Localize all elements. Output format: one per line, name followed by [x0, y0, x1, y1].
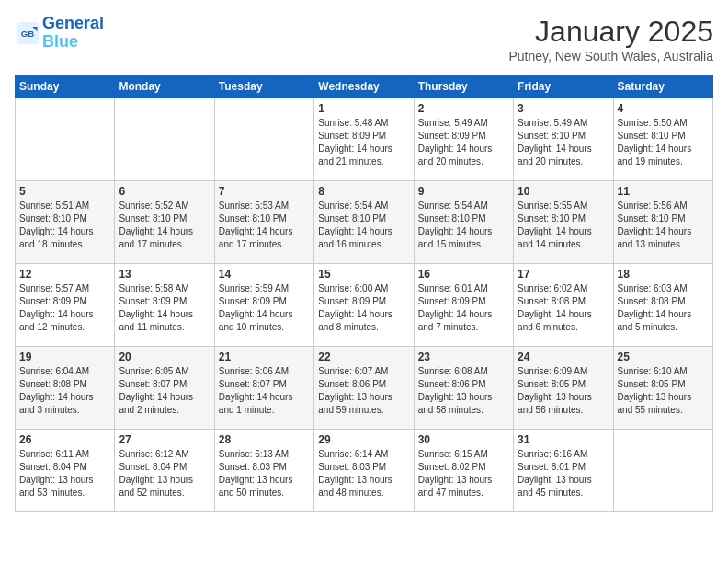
- logo: GB General Blue: [15, 15, 104, 52]
- day-number: 19: [19, 350, 110, 363]
- day-number: 4: [618, 102, 709, 115]
- day-number: 17: [518, 268, 609, 281]
- day-number: 18: [618, 268, 709, 281]
- day-content: Sunrise: 6:06 AM Sunset: 8:07 PM Dayligh…: [219, 365, 310, 417]
- calendar-cell: 29Sunrise: 6:14 AM Sunset: 8:03 PM Dayli…: [314, 430, 414, 512]
- day-number: 12: [19, 268, 110, 281]
- calendar-cell: 11Sunrise: 5:56 AM Sunset: 8:10 PM Dayli…: [613, 181, 712, 264]
- day-number: 2: [418, 102, 509, 115]
- logo-icon: GB: [15, 20, 40, 46]
- calendar-cell: 14Sunrise: 5:59 AM Sunset: 8:09 PM Dayli…: [214, 264, 313, 347]
- logo-text: General Blue: [42, 15, 104, 52]
- day-content: Sunrise: 6:01 AM Sunset: 8:09 PM Dayligh…: [418, 282, 509, 334]
- header-row: SundayMondayTuesdayWednesdayThursdayFrid…: [16, 75, 713, 98]
- day-content: Sunrise: 5:55 AM Sunset: 8:10 PM Dayligh…: [518, 200, 609, 251]
- day-number: 24: [518, 350, 609, 363]
- day-header-friday: Friday: [514, 75, 613, 98]
- day-content: Sunrise: 6:03 AM Sunset: 8:08 PM Dayligh…: [618, 282, 709, 334]
- calendar-cell: 17Sunrise: 6:02 AM Sunset: 8:08 PM Dayli…: [514, 264, 613, 347]
- day-header-thursday: Thursday: [414, 75, 513, 98]
- day-content: Sunrise: 5:57 AM Sunset: 8:09 PM Dayligh…: [19, 282, 110, 334]
- calendar-cell: 9Sunrise: 5:54 AM Sunset: 8:10 PM Daylig…: [414, 181, 513, 264]
- day-number: 16: [418, 268, 509, 281]
- week-row-5: 26Sunrise: 6:11 AM Sunset: 8:04 PM Dayli…: [16, 430, 713, 512]
- week-row-4: 19Sunrise: 6:04 AM Sunset: 8:08 PM Dayli…: [16, 347, 713, 430]
- calendar-cell: 19Sunrise: 6:04 AM Sunset: 8:08 PM Dayli…: [16, 347, 115, 430]
- day-header-sunday: Sunday: [16, 75, 115, 98]
- day-content: Sunrise: 6:07 AM Sunset: 8:06 PM Dayligh…: [318, 365, 409, 417]
- day-number: 25: [618, 350, 709, 363]
- day-content: Sunrise: 6:11 AM Sunset: 8:04 PM Dayligh…: [19, 448, 110, 500]
- day-number: 31: [518, 433, 609, 446]
- day-content: Sunrise: 5:49 AM Sunset: 8:09 PM Dayligh…: [418, 117, 509, 168]
- day-number: 30: [418, 433, 509, 446]
- calendar-cell: 3Sunrise: 5:49 AM Sunset: 8:10 PM Daylig…: [514, 98, 613, 181]
- calendar-cell: 26Sunrise: 6:11 AM Sunset: 8:04 PM Dayli…: [16, 430, 115, 512]
- page-header: GB General Blue January 2025 Putney, New…: [15, 15, 713, 63]
- day-number: 10: [518, 185, 609, 198]
- calendar-cell: 30Sunrise: 6:15 AM Sunset: 8:02 PM Dayli…: [414, 430, 513, 512]
- day-content: Sunrise: 5:49 AM Sunset: 8:10 PM Dayligh…: [518, 117, 609, 168]
- day-content: Sunrise: 6:02 AM Sunset: 8:08 PM Dayligh…: [518, 282, 609, 334]
- calendar-cell: 12Sunrise: 5:57 AM Sunset: 8:09 PM Dayli…: [16, 264, 115, 347]
- calendar-cell: 13Sunrise: 5:58 AM Sunset: 8:09 PM Dayli…: [115, 264, 214, 347]
- day-number: 14: [219, 268, 310, 281]
- calendar-cell: 1Sunrise: 5:48 AM Sunset: 8:09 PM Daylig…: [314, 98, 414, 181]
- day-number: 13: [119, 268, 210, 281]
- calendar-cell: [115, 98, 214, 181]
- day-header-wednesday: Wednesday: [314, 75, 414, 98]
- day-content: Sunrise: 5:54 AM Sunset: 8:10 PM Dayligh…: [418, 200, 509, 251]
- calendar-cell: 31Sunrise: 6:16 AM Sunset: 8:01 PM Dayli…: [514, 430, 613, 512]
- day-content: Sunrise: 6:08 AM Sunset: 8:06 PM Dayligh…: [418, 365, 509, 417]
- day-number: 6: [119, 185, 210, 198]
- calendar-cell: 10Sunrise: 5:55 AM Sunset: 8:10 PM Dayli…: [514, 181, 613, 264]
- week-row-3: 12Sunrise: 5:57 AM Sunset: 8:09 PM Dayli…: [16, 264, 713, 347]
- day-number: 11: [618, 185, 709, 198]
- day-number: 5: [19, 185, 110, 198]
- location: Putney, New South Wales, Australia: [508, 49, 713, 63]
- day-content: Sunrise: 5:52 AM Sunset: 8:10 PM Dayligh…: [119, 200, 210, 251]
- day-content: Sunrise: 5:51 AM Sunset: 8:10 PM Dayligh…: [19, 200, 110, 251]
- calendar-table: SundayMondayTuesdayWednesdayThursdayFrid…: [15, 75, 713, 512]
- day-number: 26: [19, 433, 110, 446]
- day-number: 20: [119, 350, 210, 363]
- calendar-header: SundayMondayTuesdayWednesdayThursdayFrid…: [16, 75, 713, 98]
- day-content: Sunrise: 6:14 AM Sunset: 8:03 PM Dayligh…: [318, 448, 409, 500]
- month-title: January 2025: [508, 15, 713, 49]
- day-content: Sunrise: 6:13 AM Sunset: 8:03 PM Dayligh…: [219, 448, 310, 500]
- calendar-cell: 15Sunrise: 6:00 AM Sunset: 8:09 PM Dayli…: [314, 264, 414, 347]
- svg-text:GB: GB: [21, 28, 34, 38]
- day-number: 23: [418, 350, 509, 363]
- day-content: Sunrise: 5:50 AM Sunset: 8:10 PM Dayligh…: [618, 117, 709, 168]
- calendar-cell: 16Sunrise: 6:01 AM Sunset: 8:09 PM Dayli…: [414, 264, 513, 347]
- calendar-cell: 27Sunrise: 6:12 AM Sunset: 8:04 PM Dayli…: [115, 430, 214, 512]
- calendar-cell: 22Sunrise: 6:07 AM Sunset: 8:06 PM Dayli…: [314, 347, 414, 430]
- title-block: January 2025 Putney, New South Wales, Au…: [508, 15, 713, 63]
- day-number: 1: [318, 102, 409, 115]
- calendar-cell: 25Sunrise: 6:10 AM Sunset: 8:05 PM Dayli…: [613, 347, 712, 430]
- day-header-monday: Monday: [115, 75, 214, 98]
- day-content: Sunrise: 6:15 AM Sunset: 8:02 PM Dayligh…: [418, 448, 509, 500]
- day-content: Sunrise: 6:10 AM Sunset: 8:05 PM Dayligh…: [618, 365, 709, 417]
- day-content: Sunrise: 5:56 AM Sunset: 8:10 PM Dayligh…: [618, 200, 709, 251]
- calendar-cell: [16, 98, 115, 181]
- day-number: 27: [119, 433, 210, 446]
- week-row-2: 5Sunrise: 5:51 AM Sunset: 8:10 PM Daylig…: [16, 181, 713, 264]
- day-content: Sunrise: 5:58 AM Sunset: 8:09 PM Dayligh…: [119, 282, 210, 334]
- day-number: 7: [219, 185, 310, 198]
- logo-line1: General: [42, 14, 104, 32]
- calendar-cell: 5Sunrise: 5:51 AM Sunset: 8:10 PM Daylig…: [16, 181, 115, 264]
- day-number: 15: [318, 268, 409, 281]
- calendar-cell: 28Sunrise: 6:13 AM Sunset: 8:03 PM Dayli…: [214, 430, 313, 512]
- calendar-cell: 18Sunrise: 6:03 AM Sunset: 8:08 PM Dayli…: [613, 264, 712, 347]
- calendar-cell: 23Sunrise: 6:08 AM Sunset: 8:06 PM Dayli…: [414, 347, 513, 430]
- calendar-cell: 2Sunrise: 5:49 AM Sunset: 8:09 PM Daylig…: [414, 98, 513, 181]
- calendar-cell: 24Sunrise: 6:09 AM Sunset: 8:05 PM Dayli…: [514, 347, 613, 430]
- day-content: Sunrise: 5:53 AM Sunset: 8:10 PM Dayligh…: [219, 200, 310, 251]
- week-row-1: 1Sunrise: 5:48 AM Sunset: 8:09 PM Daylig…: [16, 98, 713, 181]
- calendar-cell: 4Sunrise: 5:50 AM Sunset: 8:10 PM Daylig…: [613, 98, 712, 181]
- day-content: Sunrise: 5:59 AM Sunset: 8:09 PM Dayligh…: [219, 282, 310, 334]
- day-content: Sunrise: 6:04 AM Sunset: 8:08 PM Dayligh…: [19, 365, 110, 417]
- day-content: Sunrise: 6:00 AM Sunset: 8:09 PM Dayligh…: [318, 282, 409, 334]
- day-number: 28: [219, 433, 310, 446]
